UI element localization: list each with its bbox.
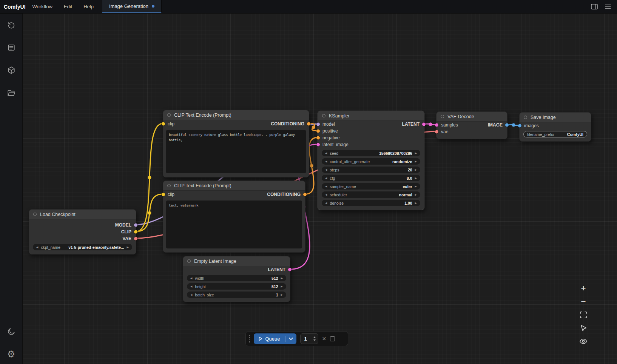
node-header[interactable]: Empty Latent Image [183,256,290,266]
queue-options-chevron-icon[interactable] [285,333,296,344]
increment-arrow-icon[interactable]: ▶ [127,246,129,248]
model-library-icon[interactable] [7,66,16,75]
link-midpoint-dot[interactable] [310,164,313,168]
toggle-visibility-icon[interactable] [579,337,588,345]
widget-ckpt-name[interactable]: ◀ ckpt_name v1-5-pruned-emaonly.safete..… [33,244,132,250]
increment-arrow-icon[interactable]: ▶ [281,285,283,288]
widget-sampler-name[interactable]: ◀ sampler_name euler ▶ [322,183,420,190]
node-ksampler[interactable]: KSampler model LATENT positive negative … [318,111,424,210]
widget-control-after-generate[interactable]: ◀ control_after_generate randomize ▶ [322,158,420,165]
link-midpoint-dot[interactable] [429,123,432,126]
widget-scheduler[interactable]: ◀ scheduler normal ▶ [322,191,420,198]
increment-arrow-icon[interactable]: ▶ [415,185,417,188]
collapse-dot[interactable] [33,213,37,216]
decrement-arrow-icon[interactable]: ◀ [325,193,327,196]
widget-width[interactable]: ◀ width 512 ▶ [187,275,286,281]
increment-arrow-icon[interactable]: ▶ [415,193,417,196]
node-header[interactable]: CLIP Text Encode (Prompt) [163,181,305,191]
collapse-dot[interactable] [187,259,191,263]
image-output-slot[interactable] [505,123,509,127]
widget-filename-prefix[interactable]: filename_prefix ComfyUI [523,131,587,137]
increment-arrow-icon[interactable]: ▶ [415,168,417,171]
conditioning-output-slot[interactable] [303,193,307,196]
clear-queue-icon[interactable]: ✕ [322,336,327,341]
queue-button[interactable]: Queue [254,333,296,344]
decrement-arrow-icon[interactable]: ◀ [190,285,192,288]
theme-moon-icon[interactable] [7,327,16,336]
zoom-out-icon[interactable]: − [579,298,588,305]
widget-height[interactable]: ◀ height 512 ▶ [187,283,286,290]
latent-image-input-slot[interactable] [316,143,320,147]
decrement-arrow-icon[interactable]: ◀ [325,152,327,154]
node-vae-decode[interactable]: VAE Decode samples IMAGE vae [436,111,507,139]
fit-view-icon[interactable] [579,311,588,319]
negative-input-slot[interactable] [316,136,320,140]
decrement-arrow-icon[interactable]: ◀ [36,246,38,248]
node-load-checkpoint[interactable]: Load Checkpoint MODEL CLIP VAE ◀ ckpt_na… [29,209,136,254]
node-header[interactable]: Save Image [520,113,591,122]
menu-edit[interactable]: Edit [64,4,72,9]
drag-handle[interactable] [249,335,250,342]
increment-arrow-icon[interactable]: ▶ [281,277,283,279]
link-midpoint-dot[interactable] [512,123,515,127]
node-header[interactable]: Load Checkpoint [29,210,136,219]
menu-icon[interactable] [604,3,612,11]
stop-icon[interactable] [330,336,335,341]
batch-count-stepper[interactable] [313,336,316,341]
widget-denoise[interactable]: ◀ denoise 1.00 ▶ [322,200,420,206]
decrement-arrow-icon[interactable]: ◀ [325,160,327,163]
node-clip-text-encode-positive[interactable]: CLIP Text Encode (Prompt) clip CONDITION… [163,110,309,177]
positive-input-slot[interactable] [316,130,320,133]
tab-image-generation[interactable]: Image Generation [102,0,162,13]
settings-gear-icon[interactable]: ⚙ [7,350,16,359]
samples-input-slot[interactable] [435,123,438,127]
link-midpoint-dot[interactable] [148,176,151,179]
clip-output-slot[interactable] [134,230,137,234]
model-output-slot[interactable] [134,224,137,227]
collapse-dot[interactable] [322,114,325,117]
prompt-textarea[interactable]: beautiful scenery nature glass bottle la… [166,130,306,173]
latent-output-slot[interactable] [288,268,292,271]
zoom-in-icon[interactable]: + [579,284,588,292]
menu-workflow[interactable]: Workflow [32,4,52,9]
prompt-textarea[interactable]: text, watermark [166,201,302,248]
vae-input-slot[interactable] [435,130,438,134]
stepper-up-icon[interactable] [313,336,316,338]
latent-output-slot[interactable] [422,123,426,126]
collapse-dot[interactable] [167,113,171,117]
node-header[interactable]: VAE Decode [437,112,507,122]
increment-arrow-icon[interactable]: ▶ [415,177,417,179]
stepper-down-icon[interactable] [313,339,316,341]
clip-input-slot[interactable] [162,193,165,196]
node-empty-latent-image[interactable]: Empty Latent Image LATENT ◀ width 512 ▶ … [183,256,290,302]
link-midpoint-dot[interactable] [148,211,151,215]
node-save-image[interactable]: Save Image images filename_prefix ComfyU… [519,112,591,142]
link-midpoint-dot[interactable] [312,126,315,129]
images-input-slot[interactable] [518,124,521,128]
increment-arrow-icon[interactable]: ▶ [415,160,417,163]
node-header[interactable]: KSampler [318,111,424,121]
conditioning-output-slot[interactable] [307,122,310,126]
workflows-folder-icon[interactable] [7,88,16,97]
node-header[interactable]: CLIP Text Encode (Prompt) [163,110,309,120]
increment-arrow-icon[interactable]: ▶ [415,152,417,154]
queue-list-icon[interactable] [7,43,16,52]
node-clip-text-encode-negative[interactable]: CLIP Text Encode (Prompt) clip CONDITION… [163,180,305,253]
collapse-dot[interactable] [167,184,171,187]
collapse-dot[interactable] [441,115,444,118]
widget-cfg[interactable]: ◀ cfg 8.0 ▶ [322,175,420,181]
decrement-arrow-icon[interactable]: ◀ [190,293,192,296]
decrement-arrow-icon[interactable]: ◀ [190,277,192,279]
select-mode-icon[interactable] [579,324,588,332]
decrement-arrow-icon[interactable]: ◀ [325,177,327,179]
menu-help[interactable]: Help [83,4,94,9]
graph-canvas[interactable]: Load Checkpoint MODEL CLIP VAE ◀ ckpt_na… [23,14,617,364]
history-icon[interactable] [7,20,16,29]
widget-batch-size[interactable]: ◀ batch_size 1 ▶ [187,292,286,298]
increment-arrow-icon[interactable]: ▶ [415,202,417,204]
decrement-arrow-icon[interactable]: ◀ [325,168,327,171]
panel-toggle-icon[interactable] [591,3,598,11]
batch-count-input[interactable]: 1 [300,333,318,344]
vae-output-slot[interactable] [134,237,137,241]
decrement-arrow-icon[interactable]: ◀ [325,185,327,188]
